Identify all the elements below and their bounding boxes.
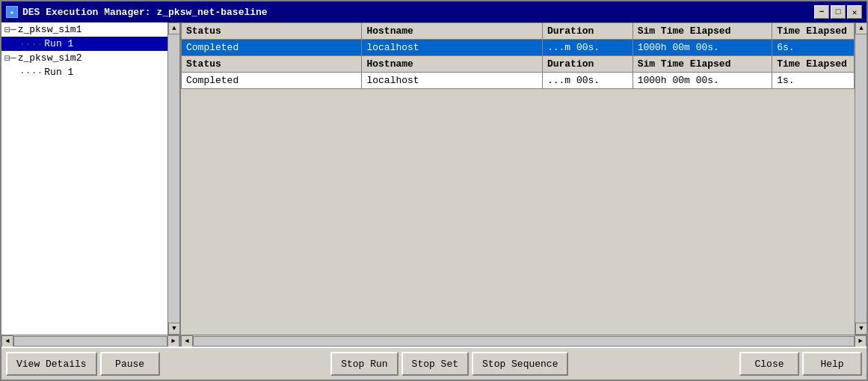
title-bar-left: ★ DES Execution Manager: z_pksw_net-base…: [6, 6, 268, 18]
cell-elapsed-1-1: 6s.: [772, 40, 855, 56]
col-header-elapsed-1: Time Elapsed: [772, 23, 855, 40]
app-icon: ★: [6, 6, 18, 18]
tree-item-sim2-run1[interactable]: ···· Run 1: [1, 65, 167, 79]
table-header-2: Status Hostname Duration Sim Time Elapse…: [182, 56, 855, 73]
col-header-elapsed-2: Time Elapsed: [772, 56, 855, 73]
pause-button[interactable]: Pause: [100, 352, 160, 376]
col-header-status-1: Status: [182, 23, 362, 40]
tree-scroll-right[interactable]: ►: [167, 335, 179, 347]
cell-simtime-2-1: 1000h 00m 00s.: [632, 73, 772, 89]
tree-scroll-left[interactable]: ◄: [1, 335, 13, 347]
right-panel: Status Hostname Duration Sim Time Elapse…: [181, 22, 867, 347]
tree-label-sim1-run1: Run 1: [44, 38, 73, 49]
tree-connector-4: ····: [19, 67, 43, 78]
col-header-duration-1: Duration: [542, 23, 632, 40]
stop-set-button[interactable]: Stop Set: [401, 352, 469, 376]
col-header-hostname-2: Hostname: [362, 56, 542, 73]
table-scroll-down[interactable]: ▼: [855, 323, 867, 335]
col-header-simtime-2: Sim Time Elapsed: [632, 56, 772, 73]
col-header-simtime-1: Sim Time Elapsed: [632, 23, 772, 40]
minimize-button[interactable]: −: [814, 5, 829, 19]
table-vert-scrollbar[interactable]: ▲ ▼: [855, 22, 867, 335]
tree-label-sim2: z_pksw_sim2: [18, 52, 82, 64]
panels-row: ⊟─ z_pksw_sim1 ···· Run 1 ⊟─ z_pksw_sim2: [1, 22, 867, 347]
stop-run-button[interactable]: Stop Run: [330, 352, 398, 376]
tree-label-sim2-run1: Run 1: [44, 67, 73, 78]
close-button[interactable]: Close: [739, 352, 799, 376]
col-header-hostname-1: Hostname: [362, 23, 542, 40]
tree-horiz-track[interactable]: [13, 336, 167, 347]
table-row-1-1[interactable]: Completed localhost ...m 00s. 1000h 00m …: [182, 40, 855, 56]
cell-elapsed-2-1: 1s.: [772, 73, 855, 89]
close-window-button[interactable]: ✕: [847, 5, 862, 19]
main-window: ★ DES Execution Manager: z_pksw_net-base…: [0, 0, 868, 381]
tree-label-sim1: z_pksw_sim1: [18, 24, 82, 35]
tree-scroll-down[interactable]: ▼: [168, 323, 179, 335]
table-horiz-scrollbar[interactable]: ◄ ►: [181, 335, 867, 347]
left-panel: ⊟─ z_pksw_sim1 ···· Run 1 ⊟─ z_pksw_sim2: [1, 22, 181, 347]
tree-horiz-scrollbar[interactable]: ◄ ►: [1, 335, 179, 347]
tree-connector-2: ····: [19, 38, 43, 49]
tree-connector-3: ⊟─: [4, 52, 16, 64]
col-header-duration-2: Duration: [542, 56, 632, 73]
tree-item-sim2[interactable]: ⊟─ z_pksw_sim2: [1, 51, 167, 65]
tree-content: ⊟─ z_pksw_sim1 ···· Run 1 ⊟─ z_pksw_sim2: [1, 22, 167, 335]
table-wrap: Status Hostname Duration Sim Time Elapse…: [181, 22, 867, 335]
col-header-status-2: Status: [182, 56, 362, 73]
table-scroll-track[interactable]: [855, 34, 867, 323]
view-details-button[interactable]: View Details: [6, 352, 97, 376]
table-row-2-1[interactable]: Completed localhost ...m 00s. 1000h 00m …: [182, 73, 855, 89]
tree-scroll-up[interactable]: ▲: [168, 22, 179, 34]
table-scroll-right[interactable]: ►: [855, 335, 867, 347]
cell-status-1-1: Completed: [182, 40, 362, 56]
title-buttons: − □ ✕: [814, 5, 862, 19]
table-horiz-track[interactable]: [193, 336, 855, 347]
cell-duration-1-1: ...m 00s.: [542, 40, 632, 56]
toolbar: View Details Pause Stop Run Stop Set Sto…: [1, 347, 867, 380]
tree-item-sim1[interactable]: ⊟─ z_pksw_sim1: [1, 22, 167, 37]
tree-vert-scrollbar[interactable]: ▲ ▼: [167, 22, 179, 335]
table-content[interactable]: Status Hostname Duration Sim Time Elapse…: [181, 22, 855, 335]
tree-connector-1: ⊟─: [4, 24, 16, 35]
table-scroll-left[interactable]: ◄: [181, 335, 193, 347]
title-bar: ★ DES Execution Manager: z_pksw_net-base…: [1, 1, 867, 22]
window-title: DES Execution Manager: z_pksw_net-baseli…: [22, 7, 268, 18]
cell-duration-2-1: ...m 00s.: [542, 73, 632, 89]
table-header-1: Status Hostname Duration Sim Time Elapse…: [182, 23, 855, 40]
maximize-button[interactable]: □: [831, 5, 846, 19]
help-button[interactable]: Help: [802, 352, 862, 376]
tree-item-sim1-run1[interactable]: ···· Run 1: [1, 37, 167, 51]
table-scroll-up[interactable]: ▲: [855, 22, 867, 34]
tree-scroll-track[interactable]: [168, 34, 179, 323]
results-table: Status Hostname Duration Sim Time Elapse…: [181, 22, 855, 89]
cell-status-2-1: Completed: [182, 73, 362, 89]
cell-hostname-1-1: localhost: [362, 40, 542, 56]
stop-sequence-button[interactable]: Stop Sequence: [472, 352, 568, 376]
tree-container: ⊟─ z_pksw_sim1 ···· Run 1 ⊟─ z_pksw_sim2: [1, 22, 179, 335]
cell-hostname-2-1: localhost: [362, 73, 542, 89]
cell-simtime-1-1: 1000h 00m 00s.: [632, 40, 772, 56]
